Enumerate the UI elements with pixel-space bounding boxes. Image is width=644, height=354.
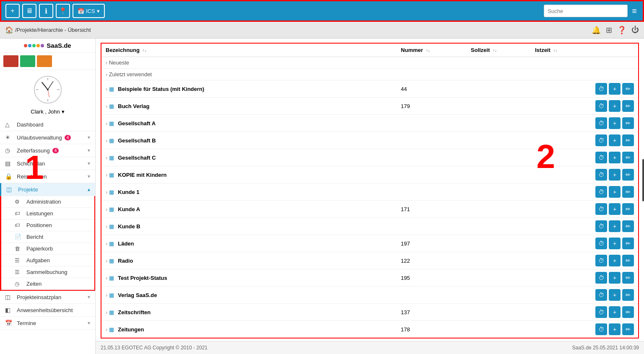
row-clock-button[interactable]: ⏱: [595, 169, 607, 181]
row-add-button[interactable]: +: [609, 100, 621, 112]
row-expand-icon[interactable]: ›: [106, 207, 107, 212]
sidebar-item-reisekosten[interactable]: 🔒 Reisekosten ▾: [0, 170, 95, 183]
sidebar-item-termine[interactable]: 📅 Termine ▾: [0, 317, 95, 330]
sidebar-item-zeiterfassung[interactable]: ◷ Zeiterfassung 4 ▾: [0, 144, 95, 157]
row-clock-button[interactable]: ⏱: [595, 134, 607, 146]
row-edit-button[interactable]: ✏: [622, 238, 634, 249]
bell-icon[interactable]: 🔔: [592, 26, 601, 35]
row-expand-icon[interactable]: ›: [106, 103, 107, 109]
row-edit-button[interactable]: ✏: [622, 100, 634, 112]
row-add-button[interactable]: +: [609, 255, 621, 266]
row-clock-button[interactable]: ⏱: [595, 220, 607, 232]
sidebar-item-urlaubsverwaltung[interactable]: ☀ Urlaubsverwaltung 4 ▾: [0, 131, 95, 144]
row-clock-button[interactable]: ⏱: [595, 255, 607, 266]
row-add-button[interactable]: +: [609, 169, 621, 181]
row-add-button[interactable]: +: [609, 323, 621, 335]
row-clock-button[interactable]: ⏱: [595, 203, 607, 215]
col-sollzeit[interactable]: Sollzeit ↑↓: [467, 43, 531, 57]
row-clock-button[interactable]: ⏱: [595, 323, 607, 335]
row-expand-icon[interactable]: ›: [106, 155, 107, 161]
row-expand-icon[interactable]: ›: [106, 275, 107, 281]
row-add-button[interactable]: +: [609, 272, 621, 284]
status-sq-green[interactable]: [20, 55, 35, 67]
sidebar-item-zeiten[interactable]: ◷ Zeiten: [1, 278, 94, 290]
expand-neueste[interactable]: ›: [106, 60, 107, 66]
row-edit-button[interactable]: ✏: [622, 289, 634, 301]
row-expand-icon[interactable]: ›: [106, 172, 107, 178]
row-clock-button[interactable]: ⏱: [595, 289, 607, 301]
col-nummer[interactable]: Nummer ↑↓: [397, 43, 467, 57]
row-expand-icon[interactable]: ›: [106, 292, 107, 298]
row-clock-button[interactable]: ⏱: [595, 117, 607, 129]
sidebar-item-leistungen[interactable]: 🏷 Leistungen: [1, 208, 94, 220]
row-clock-button[interactable]: ⏱: [595, 306, 607, 318]
sidebar-item-papierkorb[interactable]: 🗑 Papierkorb: [1, 243, 94, 255]
row-add-button[interactable]: +: [609, 134, 621, 146]
row-edit-button[interactable]: ✏: [622, 186, 634, 198]
row-add-button[interactable]: +: [609, 203, 621, 215]
row-edit-button[interactable]: ✏: [622, 323, 634, 335]
row-clock-button[interactable]: ⏱: [595, 152, 607, 163]
sidebar-item-administration[interactable]: ⚙ Administration: [1, 196, 94, 208]
sort-sollzeit[interactable]: ↑↓: [493, 48, 497, 53]
sidebar-item-dashboard[interactable]: △ Dashboard: [0, 118, 95, 131]
row-add-button[interactable]: +: [609, 289, 621, 301]
row-add-button[interactable]: +: [609, 220, 621, 232]
row-edit-button[interactable]: ✏: [622, 134, 634, 146]
row-edit-button[interactable]: ✏: [622, 152, 634, 163]
row-expand-icon[interactable]: ›: [106, 86, 107, 92]
row-expand-icon[interactable]: ›: [106, 241, 107, 247]
row-add-button[interactable]: +: [609, 238, 621, 249]
status-sq-red[interactable]: [3, 55, 18, 67]
status-sq-orange[interactable]: [37, 55, 52, 67]
sort-nummer[interactable]: ↑↓: [426, 48, 430, 53]
row-edit-button[interactable]: ✏: [622, 220, 634, 232]
row-expand-icon[interactable]: ›: [106, 189, 107, 195]
row-expand-icon[interactable]: ›: [106, 258, 107, 264]
support-tab[interactable]: SUPPORT: [642, 159, 644, 201]
hamburger-button[interactable]: ≡: [630, 5, 639, 18]
row-edit-button[interactable]: ✏: [622, 117, 634, 129]
row-add-button[interactable]: +: [609, 186, 621, 198]
monitor-button[interactable]: 🖥: [22, 4, 36, 18]
user-name[interactable]: Clark , John ▾: [0, 107, 95, 118]
row-clock-button[interactable]: ⏱: [595, 238, 607, 249]
row-expand-icon[interactable]: ›: [106, 224, 107, 230]
row-add-button[interactable]: +: [609, 306, 621, 318]
row-add-button[interactable]: +: [609, 117, 621, 129]
row-clock-button[interactable]: ⏱: [595, 100, 607, 112]
sidebar-item-anwesenheitsuebersicht[interactable]: ◧ Anwesenheitsübersicht: [0, 304, 95, 317]
help-icon[interactable]: ❓: [617, 26, 626, 35]
row-clock-button[interactable]: ⏱: [595, 83, 607, 95]
ics-button[interactable]: 📅 ICS ▾: [73, 4, 105, 18]
row-edit-button[interactable]: ✏: [622, 203, 634, 215]
sidebar-item-aufgaben[interactable]: ☰ Aufgaben: [1, 255, 94, 266]
row-edit-button[interactable]: ✏: [622, 306, 634, 318]
col-bezeichnung[interactable]: Bezeichnung ↑↓: [101, 43, 397, 57]
search-input[interactable]: [544, 5, 628, 17]
sidebar-item-projekte[interactable]: ◫ Projekte ▴: [0, 183, 95, 196]
row-add-button[interactable]: +: [609, 152, 621, 163]
add-button[interactable]: +: [5, 4, 20, 18]
info-button[interactable]: ℹ: [39, 4, 53, 18]
sort-bezeichnung[interactable]: ↑↓: [143, 48, 147, 53]
row-clock-button[interactable]: ⏱: [595, 186, 607, 198]
grid-icon[interactable]: ⊞: [606, 26, 612, 35]
sidebar-item-positionen[interactable]: 🏷 Positionen: [1, 220, 94, 231]
home-icon[interactable]: 🏠: [5, 26, 13, 34]
sidebar-item-bericht[interactable]: 📄 Bericht: [1, 231, 94, 243]
sort-istzeit[interactable]: ↑↓: [553, 48, 557, 53]
sidebar-item-projekteinsatzplan[interactable]: ◫ Projekteinsatzplan ▾: [0, 291, 95, 304]
sidebar-item-sammelbuchung[interactable]: ☰ Sammelbuchung: [1, 266, 94, 278]
row-expand-icon[interactable]: ›: [106, 310, 107, 315]
col-istzeit[interactable]: Istzeit ↑↓: [531, 43, 588, 57]
row-edit-button[interactable]: ✏: [622, 272, 634, 284]
location-button[interactable]: 📍: [56, 4, 70, 18]
row-edit-button[interactable]: ✏: [622, 169, 634, 181]
row-edit-button[interactable]: ✏: [622, 83, 634, 95]
expand-zuletzt[interactable]: ›: [106, 72, 107, 78]
row-expand-icon[interactable]: ›: [106, 121, 107, 127]
row-expand-icon[interactable]: ›: [106, 327, 107, 333]
sidebar-item-schichtplan[interactable]: ▤ Schichtplan ▾: [0, 157, 95, 170]
row-expand-icon[interactable]: ›: [106, 138, 107, 144]
